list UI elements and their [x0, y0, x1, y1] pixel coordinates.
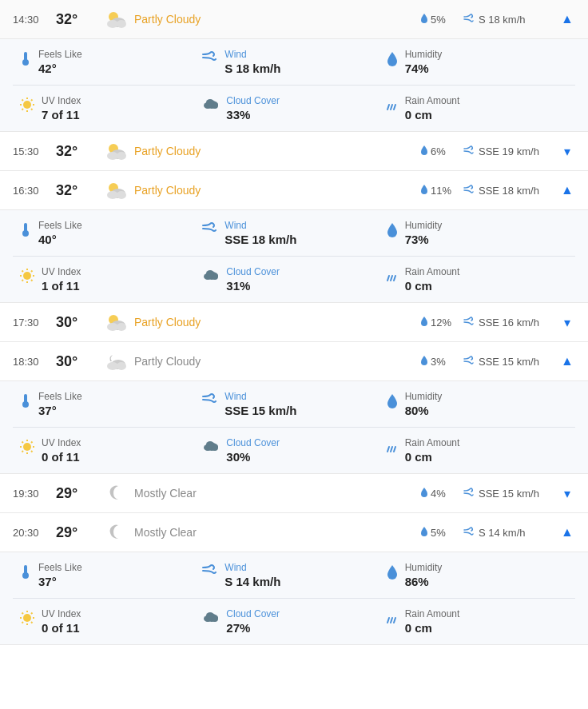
svg-line-21	[391, 105, 392, 110]
weather-row-2030[interactable]: 20:30 29° Mostly Clear 5% S 14 km/h ▲	[0, 513, 588, 552]
humidity-icon	[386, 221, 399, 241]
rain-pct-2030: 5%	[420, 526, 463, 540]
time-2030: 20:30	[13, 527, 56, 539]
time-1530: 15:30	[13, 145, 56, 157]
svg-line-14	[31, 100, 33, 102]
feels-like-value-1430: 42°	[38, 62, 82, 75]
chevron-2030[interactable]: ▲	[559, 525, 575, 540]
weather-row-1430[interactable]: 14:30 32° Partly Cloudy 5% S 18 km/h ▲	[0, 0, 588, 39]
uv-icon	[19, 268, 35, 288]
rain-amount-icon	[386, 268, 399, 288]
weather-row-1630[interactable]: 16:30 32° Partly Cloudy 11% SSE 18 km/h …	[0, 171, 588, 210]
uv-label: UV Index	[42, 95, 81, 106]
svg-point-53	[117, 323, 126, 331]
svg-line-75	[394, 447, 395, 452]
weather-row-1530[interactable]: 15:30 32° Partly Cloudy 6% SSE 19 km/h ▾	[0, 132, 588, 171]
svg-line-12	[22, 100, 24, 102]
humidity-label: Humidity	[405, 49, 443, 60]
time-1730: 17:30	[13, 317, 56, 329]
svg-line-42	[22, 280, 24, 281]
wind-label: Wind	[224, 562, 280, 573]
humidity-value-1830: 80%	[405, 404, 443, 417]
cloud-cell-1630: Cloud Cover 31%	[202, 266, 385, 293]
detail-row-top-2030: Feels Like 37° Wind S 14 km/h Humidity	[13, 552, 575, 599]
rain-amount-value-1430: 0 cm	[405, 108, 460, 121]
wind-info-2030: S 14 km/h	[463, 527, 559, 539]
weather-icon-1930	[99, 482, 134, 504]
feels-like-label: Feels Like	[38, 391, 82, 402]
wind-label: Wind	[224, 220, 296, 231]
temp-2030: 29°	[56, 524, 99, 541]
humidity-cell-1630: Humidity 73%	[386, 220, 569, 246]
rain-amount-cell-1830: Rain Amount 0 cm	[386, 437, 569, 464]
detail-panel-1430: Feels Like 42° Wind S 18 km/h Humidity	[0, 39, 588, 132]
wind-label: Wind	[224, 391, 296, 402]
uv-icon	[19, 97, 35, 117]
weather-row-1830[interactable]: 18:30 30° Partly Cloudy 3% SSE 15 km/h ▲	[0, 342, 588, 381]
wind-row-icon	[463, 527, 476, 539]
wind-info-1730: SSE 16 km/h	[463, 317, 559, 329]
weather-icon-2030	[99, 521, 134, 544]
svg-line-67	[31, 442, 33, 444]
svg-line-74	[391, 447, 392, 452]
rain-amount-value-1830: 0 cm	[405, 450, 460, 464]
wind-label: Wind	[224, 49, 280, 60]
uv-cell-1630: UV Index 1 of 11	[19, 266, 202, 293]
wind-row-icon	[463, 145, 476, 157]
detail-row-top-1430: Feels Like 42° Wind S 18 km/h Humidity	[13, 39, 575, 86]
time-1830: 18:30	[13, 356, 56, 368]
svg-point-79	[23, 614, 31, 622]
svg-point-3	[117, 20, 126, 28]
rain-drop-icon	[420, 13, 428, 26]
rain-amount-label: Rain Amount	[405, 437, 460, 448]
condition-1730: Partly Cloudy	[134, 316, 238, 329]
svg-point-30	[117, 191, 126, 199]
svg-point-26	[117, 152, 126, 160]
rain-drop-icon	[420, 487, 428, 500]
temp-1930: 29°	[56, 485, 99, 502]
cloud-label: Cloud Cover	[226, 266, 280, 277]
wind-cell-1830: Wind SSE 15 km/h	[202, 391, 385, 417]
svg-point-2	[107, 20, 118, 28]
cloud-icon	[202, 439, 220, 456]
wind-value-1630: SSE 18 km/h	[224, 233, 296, 246]
chevron-1630[interactable]: ▲	[559, 183, 575, 197]
svg-point-25	[107, 152, 118, 160]
feels-like-label: Feels Like	[38, 562, 82, 573]
svg-line-73	[387, 447, 389, 452]
chevron-1930[interactable]: ▾	[559, 486, 575, 501]
time-1930: 19:30	[13, 488, 56, 500]
thermometer-icon	[19, 50, 32, 70]
chevron-1830[interactable]: ▲	[559, 354, 575, 368]
svg-point-56	[117, 362, 126, 370]
condition-1430: Partly Cloudy	[134, 13, 238, 26]
svg-point-55	[107, 362, 118, 370]
svg-line-84	[22, 613, 24, 615]
temp-1730: 30°	[56, 314, 99, 331]
svg-point-7	[23, 101, 31, 109]
chevron-1430[interactable]: ▲	[559, 12, 575, 26]
cloud-value-2030: 27%	[226, 621, 280, 635]
cloud-label: Cloud Cover	[226, 608, 280, 619]
chevron-1730[interactable]: ▾	[559, 315, 575, 330]
rain-drop-icon	[420, 355, 428, 368]
cloud-label: Cloud Cover	[226, 95, 280, 106]
cloud-icon	[202, 610, 220, 627]
thermometer-icon	[19, 221, 32, 241]
humidity-icon	[386, 392, 399, 412]
weather-row-1730[interactable]: 17:30 30° Partly Cloudy 12% SSE 16 km/h …	[0, 303, 588, 342]
cloud-value-1630: 31%	[226, 279, 280, 293]
svg-line-15	[22, 109, 24, 110]
svg-point-34	[23, 272, 31, 280]
chevron-1530[interactable]: ▾	[559, 144, 575, 159]
rain-pct-1430: 5%	[420, 13, 463, 26]
rain-drop-icon	[420, 316, 428, 329]
cloud-cell-1430: Cloud Cover 33%	[202, 95, 385, 121]
weather-row-1930[interactable]: 19:30 29° Mostly Clear 4% SSE 15 km/h ▾	[0, 474, 588, 513]
rain-amount-cell-2030: Rain Amount 0 cm	[386, 608, 569, 635]
rain-amount-label: Rain Amount	[405, 608, 460, 619]
humidity-value-1430: 74%	[405, 62, 443, 75]
thermometer-icon	[19, 392, 32, 412]
weather-icon-1630	[99, 179, 134, 201]
rain-amount-icon	[386, 610, 399, 630]
